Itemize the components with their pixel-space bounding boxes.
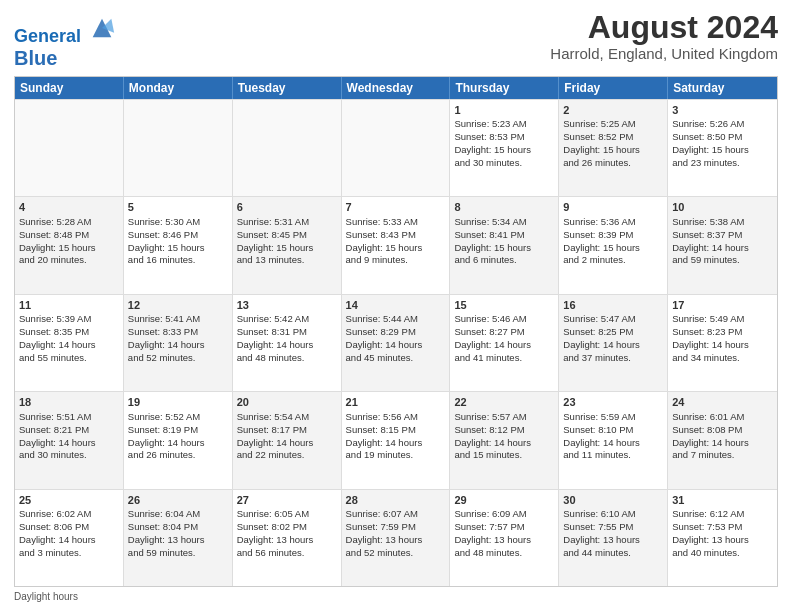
calendar-cell xyxy=(15,100,124,196)
logo-blue: Blue xyxy=(14,47,116,70)
day-info: Sunrise: 5:34 AM Sunset: 8:41 PM Dayligh… xyxy=(454,216,531,265)
day-number: 1 xyxy=(454,103,554,118)
day-number: 7 xyxy=(346,200,446,215)
day-number: 15 xyxy=(454,298,554,313)
calendar-cell: 20Sunrise: 5:54 AM Sunset: 8:17 PM Dayli… xyxy=(233,392,342,488)
day-number: 10 xyxy=(672,200,773,215)
calendar-body: 1Sunrise: 5:23 AM Sunset: 8:53 PM Daylig… xyxy=(15,99,777,586)
day-number: 9 xyxy=(563,200,663,215)
day-info: Sunrise: 5:46 AM Sunset: 8:27 PM Dayligh… xyxy=(454,313,531,362)
calendar-header-cell: Friday xyxy=(559,77,668,99)
calendar-header: SundayMondayTuesdayWednesdayThursdayFrid… xyxy=(15,77,777,99)
day-number: 25 xyxy=(19,493,119,508)
logo-text: General xyxy=(14,14,116,47)
day-info: Sunrise: 6:04 AM Sunset: 8:04 PM Dayligh… xyxy=(128,508,205,557)
day-info: Sunrise: 5:57 AM Sunset: 8:12 PM Dayligh… xyxy=(454,411,531,460)
day-number: 30 xyxy=(563,493,663,508)
calendar-header-cell: Thursday xyxy=(450,77,559,99)
day-info: Sunrise: 6:07 AM Sunset: 7:59 PM Dayligh… xyxy=(346,508,423,557)
calendar-cell: 2Sunrise: 5:25 AM Sunset: 8:52 PM Daylig… xyxy=(559,100,668,196)
day-info: Sunrise: 5:51 AM Sunset: 8:21 PM Dayligh… xyxy=(19,411,96,460)
day-number: 19 xyxy=(128,395,228,410)
day-info: Sunrise: 5:36 AM Sunset: 8:39 PM Dayligh… xyxy=(563,216,640,265)
calendar-cell: 31Sunrise: 6:12 AM Sunset: 7:53 PM Dayli… xyxy=(668,490,777,586)
calendar-cell: 11Sunrise: 5:39 AM Sunset: 8:35 PM Dayli… xyxy=(15,295,124,391)
calendar-cell: 12Sunrise: 5:41 AM Sunset: 8:33 PM Dayli… xyxy=(124,295,233,391)
calendar-header-cell: Wednesday xyxy=(342,77,451,99)
calendar-cell: 16Sunrise: 5:47 AM Sunset: 8:25 PM Dayli… xyxy=(559,295,668,391)
calendar-cell: 8Sunrise: 5:34 AM Sunset: 8:41 PM Daylig… xyxy=(450,197,559,293)
calendar-cell: 3Sunrise: 5:26 AM Sunset: 8:50 PM Daylig… xyxy=(668,100,777,196)
day-number: 26 xyxy=(128,493,228,508)
logo-general: General xyxy=(14,26,81,46)
calendar-cell: 26Sunrise: 6:04 AM Sunset: 8:04 PM Dayli… xyxy=(124,490,233,586)
calendar-cell: 14Sunrise: 5:44 AM Sunset: 8:29 PM Dayli… xyxy=(342,295,451,391)
calendar-cell: 28Sunrise: 6:07 AM Sunset: 7:59 PM Dayli… xyxy=(342,490,451,586)
day-info: Sunrise: 6:05 AM Sunset: 8:02 PM Dayligh… xyxy=(237,508,314,557)
day-number: 31 xyxy=(672,493,773,508)
logo: General Blue xyxy=(14,14,116,70)
day-info: Sunrise: 6:10 AM Sunset: 7:55 PM Dayligh… xyxy=(563,508,640,557)
title-block: August 2024 Harrold, England, United Kin… xyxy=(550,10,778,62)
calendar-cell: 23Sunrise: 5:59 AM Sunset: 8:10 PM Dayli… xyxy=(559,392,668,488)
calendar-header-cell: Saturday xyxy=(668,77,777,99)
day-number: 5 xyxy=(128,200,228,215)
calendar-cell xyxy=(233,100,342,196)
header: General Blue August 2024 Harrold, Englan… xyxy=(14,10,778,70)
day-info: Sunrise: 5:38 AM Sunset: 8:37 PM Dayligh… xyxy=(672,216,749,265)
calendar-row: 25Sunrise: 6:02 AM Sunset: 8:06 PM Dayli… xyxy=(15,489,777,586)
calendar-cell: 13Sunrise: 5:42 AM Sunset: 8:31 PM Dayli… xyxy=(233,295,342,391)
day-number: 16 xyxy=(563,298,663,313)
page: General Blue August 2024 Harrold, Englan… xyxy=(0,0,792,612)
calendar-cell: 22Sunrise: 5:57 AM Sunset: 8:12 PM Dayli… xyxy=(450,392,559,488)
day-info: Sunrise: 5:30 AM Sunset: 8:46 PM Dayligh… xyxy=(128,216,205,265)
day-info: Sunrise: 5:44 AM Sunset: 8:29 PM Dayligh… xyxy=(346,313,423,362)
day-number: 21 xyxy=(346,395,446,410)
day-info: Sunrise: 5:39 AM Sunset: 8:35 PM Dayligh… xyxy=(19,313,96,362)
calendar-cell: 29Sunrise: 6:09 AM Sunset: 7:57 PM Dayli… xyxy=(450,490,559,586)
day-number: 11 xyxy=(19,298,119,313)
calendar-header-cell: Monday xyxy=(124,77,233,99)
day-info: Sunrise: 5:56 AM Sunset: 8:15 PM Dayligh… xyxy=(346,411,423,460)
day-number: 4 xyxy=(19,200,119,215)
calendar-cell: 10Sunrise: 5:38 AM Sunset: 8:37 PM Dayli… xyxy=(668,197,777,293)
calendar-cell xyxy=(342,100,451,196)
day-number: 14 xyxy=(346,298,446,313)
calendar-cell: 5Sunrise: 5:30 AM Sunset: 8:46 PM Daylig… xyxy=(124,197,233,293)
day-info: Sunrise: 6:01 AM Sunset: 8:08 PM Dayligh… xyxy=(672,411,749,460)
day-info: Sunrise: 5:52 AM Sunset: 8:19 PM Dayligh… xyxy=(128,411,205,460)
day-info: Sunrise: 6:09 AM Sunset: 7:57 PM Dayligh… xyxy=(454,508,531,557)
day-info: Sunrise: 5:23 AM Sunset: 8:53 PM Dayligh… xyxy=(454,118,531,167)
calendar-cell: 9Sunrise: 5:36 AM Sunset: 8:39 PM Daylig… xyxy=(559,197,668,293)
day-info: Sunrise: 5:31 AM Sunset: 8:45 PM Dayligh… xyxy=(237,216,314,265)
day-number: 2 xyxy=(563,103,663,118)
day-info: Sunrise: 5:47 AM Sunset: 8:25 PM Dayligh… xyxy=(563,313,640,362)
calendar-cell xyxy=(124,100,233,196)
calendar-cell: 15Sunrise: 5:46 AM Sunset: 8:27 PM Dayli… xyxy=(450,295,559,391)
day-number: 22 xyxy=(454,395,554,410)
day-number: 17 xyxy=(672,298,773,313)
day-info: Sunrise: 5:59 AM Sunset: 8:10 PM Dayligh… xyxy=(563,411,640,460)
calendar-cell: 21Sunrise: 5:56 AM Sunset: 8:15 PM Dayli… xyxy=(342,392,451,488)
calendar: SundayMondayTuesdayWednesdayThursdayFrid… xyxy=(14,76,778,587)
day-info: Sunrise: 5:42 AM Sunset: 8:31 PM Dayligh… xyxy=(237,313,314,362)
day-info: Sunrise: 5:25 AM Sunset: 8:52 PM Dayligh… xyxy=(563,118,640,167)
calendar-cell: 24Sunrise: 6:01 AM Sunset: 8:08 PM Dayli… xyxy=(668,392,777,488)
day-info: Sunrise: 5:28 AM Sunset: 8:48 PM Dayligh… xyxy=(19,216,96,265)
day-info: Sunrise: 5:54 AM Sunset: 8:17 PM Dayligh… xyxy=(237,411,314,460)
footer-note: Daylight hours xyxy=(14,591,778,602)
calendar-row: 1Sunrise: 5:23 AM Sunset: 8:53 PM Daylig… xyxy=(15,99,777,196)
day-number: 24 xyxy=(672,395,773,410)
day-number: 28 xyxy=(346,493,446,508)
calendar-header-cell: Sunday xyxy=(15,77,124,99)
calendar-cell: 19Sunrise: 5:52 AM Sunset: 8:19 PM Dayli… xyxy=(124,392,233,488)
day-info: Sunrise: 5:26 AM Sunset: 8:50 PM Dayligh… xyxy=(672,118,749,167)
calendar-header-cell: Tuesday xyxy=(233,77,342,99)
day-number: 18 xyxy=(19,395,119,410)
day-number: 8 xyxy=(454,200,554,215)
calendar-cell: 1Sunrise: 5:23 AM Sunset: 8:53 PM Daylig… xyxy=(450,100,559,196)
day-number: 20 xyxy=(237,395,337,410)
day-number: 29 xyxy=(454,493,554,508)
calendar-cell: 27Sunrise: 6:05 AM Sunset: 8:02 PM Dayli… xyxy=(233,490,342,586)
calendar-cell: 18Sunrise: 5:51 AM Sunset: 8:21 PM Dayli… xyxy=(15,392,124,488)
